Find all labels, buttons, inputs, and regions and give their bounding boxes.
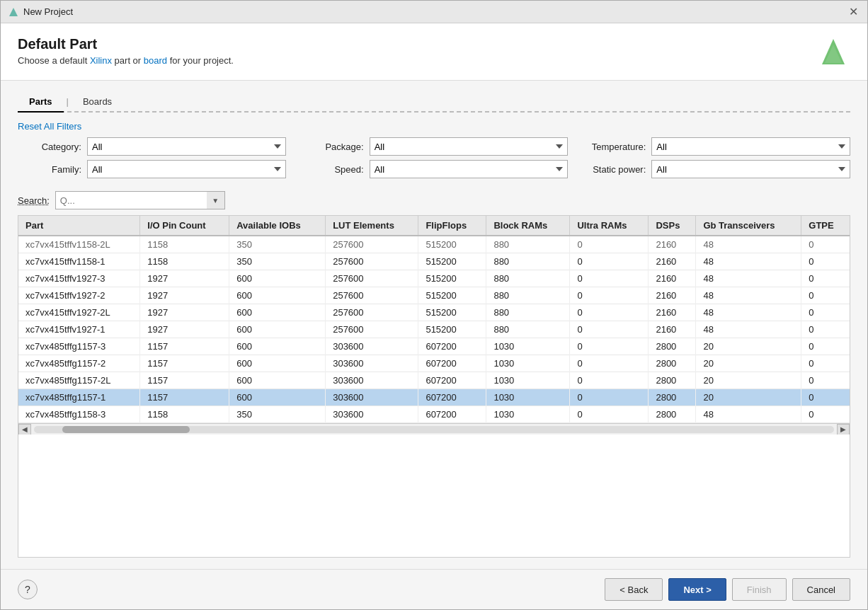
cell-gbt: 48 <box>696 321 801 338</box>
cell-ffs: 515200 <box>418 270 486 287</box>
finish-button[interactable]: Finish <box>732 578 787 601</box>
cell-part: xc7vx485tffg1157-3 <box>18 338 140 355</box>
col-lut: LUT Elements <box>326 216 418 236</box>
next-button[interactable]: Next > <box>668 578 726 601</box>
table-row[interactable]: xc7vx415tffv1927-31927600257600515200880… <box>18 270 850 287</box>
app-icon <box>8 6 19 18</box>
filters-section: Reset All Filters Category: All Package:… <box>18 121 850 184</box>
cell-luts: 303600 <box>326 389 418 406</box>
cell-iobs: 600 <box>229 372 326 389</box>
cell-iobs: 600 <box>229 270 326 287</box>
reset-filters-link[interactable]: Reset All Filters <box>18 121 81 132</box>
search-input[interactable] <box>55 191 225 209</box>
cell-urams: 0 <box>570 236 649 253</box>
cell-io: 1158 <box>140 406 229 423</box>
scroll-left-arrow[interactable]: ◀ <box>18 424 31 435</box>
cell-io: 1157 <box>140 372 229 389</box>
col-io-pin: I/O Pin Count <box>140 216 229 236</box>
board-link[interactable]: board <box>144 55 167 66</box>
page-subtitle: Choose a default Xilinx part or board fo… <box>18 55 234 66</box>
cell-brams: 880 <box>486 304 570 321</box>
cell-iobs: 350 <box>229 236 326 253</box>
table-row[interactable]: xc7vx485tffg1158-31158350303600607200103… <box>18 406 850 423</box>
svg-marker-0 <box>9 8 18 16</box>
table-row[interactable]: xc7vx415tffv1158-2L115835025760051520088… <box>18 236 850 253</box>
cell-gtpe: 0 <box>801 270 850 287</box>
cell-luts: 257600 <box>326 236 418 253</box>
cell-part: xc7vx485tffg1157-2 <box>18 355 140 372</box>
temperature-select[interactable]: All <box>651 137 850 156</box>
back-button[interactable]: < Back <box>605 578 663 601</box>
cell-part: xc7vx415tffv1158-2L <box>18 236 140 253</box>
table-row[interactable]: xc7vx415tffv1927-21927600257600515200880… <box>18 287 850 304</box>
table-row[interactable]: xc7vx485tffg1157-11157600303600607200103… <box>18 389 850 406</box>
category-select[interactable]: All <box>87 137 286 156</box>
scroll-thumb[interactable] <box>62 426 190 433</box>
cell-io: 1157 <box>140 389 229 406</box>
table-row[interactable]: xc7vx415tffv1927-11927600257600515200880… <box>18 321 850 338</box>
table-row[interactable]: xc7vx485tffg1157-21157600303600607200103… <box>18 355 850 372</box>
cell-iobs: 350 <box>229 406 326 423</box>
dialog-window: New Project ✕ Default Part Choose a defa… <box>0 0 868 610</box>
cell-io: 1927 <box>140 321 229 338</box>
cell-luts: 257600 <box>326 321 418 338</box>
cell-dsps: 2800 <box>649 372 696 389</box>
speed-label: Speed: <box>300 164 364 175</box>
cell-gbt: 20 <box>696 355 801 372</box>
speed-select[interactable]: All <box>370 160 569 178</box>
filter-package: Package: All <box>300 137 569 156</box>
cell-gbt: 48 <box>696 406 801 423</box>
cancel-button[interactable]: Cancel <box>792 578 850 601</box>
cell-gtpe: 0 <box>801 287 850 304</box>
cell-gbt: 20 <box>696 338 801 355</box>
cell-brams: 1030 <box>486 389 570 406</box>
tab-parts[interactable]: Parts <box>18 92 64 113</box>
cell-io: 1927 <box>140 304 229 321</box>
title-bar: New Project ✕ <box>1 1 867 23</box>
tab-separator: | <box>64 96 72 107</box>
col-available-iobs: Available IOBs <box>229 216 326 236</box>
cell-ffs: 515200 <box>418 253 486 270</box>
xilinx-link[interactable]: Xilinx <box>90 55 112 66</box>
cell-ffs: 515200 <box>418 287 486 304</box>
help-button[interactable]: ? <box>18 580 38 599</box>
parts-table-wrap: Part I/O Pin Count Available IOBs LUT El… <box>18 215 850 558</box>
search-dropdown-button[interactable]: ▼ <box>207 191 225 209</box>
table-row[interactable]: xc7vx485tffg1157-2L115760030360060720010… <box>18 372 850 389</box>
cell-dsps: 2160 <box>649 321 696 338</box>
cell-gtpe: 0 <box>801 253 850 270</box>
parts-table: Part I/O Pin Count Available IOBs LUT El… <box>18 216 850 423</box>
family-select[interactable]: All <box>87 160 286 178</box>
cell-part: xc7vx485tffg1158-3 <box>18 406 140 423</box>
page-title: Default Part <box>18 36 234 52</box>
cell-urams: 0 <box>570 253 649 270</box>
table-row[interactable]: xc7vx485tffg1157-31157600303600607200103… <box>18 338 850 355</box>
cell-brams: 880 <box>486 236 570 253</box>
table-row[interactable]: xc7vx415tffv1927-2L192760025760051520088… <box>18 304 850 321</box>
cell-dsps: 2160 <box>649 270 696 287</box>
cell-gbt: 20 <box>696 372 801 389</box>
close-button[interactable]: ✕ <box>846 5 860 19</box>
table-row[interactable]: xc7vx415tffv1158-11158350257600515200880… <box>18 253 850 270</box>
package-select[interactable]: All <box>370 137 569 156</box>
filter-temperature: Temperature: All <box>582 137 850 156</box>
cell-gbt: 48 <box>696 236 801 253</box>
col-block-rams: Block RAMs <box>486 216 570 236</box>
static-power-select[interactable]: All <box>651 160 850 178</box>
cell-iobs: 600 <box>229 321 326 338</box>
cell-part: xc7vx415tffv1927-3 <box>18 270 140 287</box>
tab-boards[interactable]: Boards <box>72 92 123 111</box>
scroll-right-arrow[interactable]: ▶ <box>837 424 850 435</box>
filter-family: Family: All <box>18 160 286 178</box>
filter-speed: Speed: All <box>300 160 569 178</box>
col-part: Part <box>18 216 140 236</box>
col-flipflops: FlipFlops <box>418 216 486 236</box>
cell-part: xc7vx415tffv1927-1 <box>18 321 140 338</box>
col-gb-transceivers: Gb Transceivers <box>696 216 801 236</box>
scroll-track[interactable] <box>34 426 834 433</box>
header-text-block: Default Part Choose a default Xilinx par… <box>18 36 234 66</box>
cell-iobs: 600 <box>229 389 326 406</box>
horizontal-scrollbar[interactable]: ◀ ▶ <box>18 423 850 435</box>
filter-static-power: Static power: All <box>582 160 850 178</box>
cell-urams: 0 <box>570 304 649 321</box>
